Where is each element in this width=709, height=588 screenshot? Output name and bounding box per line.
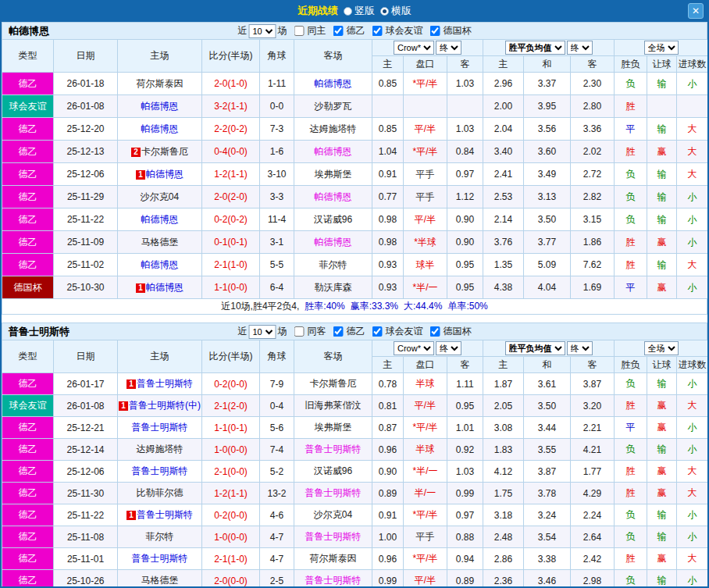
match-row: 球会友谊26-01-08帕德博恩3-2(1-1)0-0沙勒罗瓦2.003.952… <box>2 95 708 118</box>
filter-checkbox-0[interactable]: 同客 <box>294 325 328 338</box>
home-team-cell: 马格德堡 <box>118 231 202 254</box>
mean-away-cell: 2.42 <box>571 548 615 570</box>
away-team-cell: 普鲁士明斯特 <box>294 439 372 461</box>
filter-checkbox-input[interactable] <box>430 326 440 337</box>
result-wdl-cell: 胜 <box>615 548 647 570</box>
radio-icon-vertical[interactable] <box>344 7 352 16</box>
col-header-score: 比分(半场) <box>202 340 260 373</box>
match-date-cell: 25-11-01 <box>54 548 118 570</box>
layout-radio-horizontal[interactable]: 横版 <box>380 4 412 18</box>
away-team-cell: 沙勒罗瓦 <box>294 95 372 118</box>
mean-home-cell: 2.04 <box>483 118 524 141</box>
full-match-select[interactable]: 全场 <box>644 341 679 355</box>
corner-cell: 5-6 <box>260 417 294 439</box>
score-cell: 2-0(0-0) <box>202 570 260 588</box>
result-handicap-cell: 赢 <box>647 231 677 254</box>
away-team-name: 埃弗斯堡 <box>315 169 352 180</box>
full-match-select[interactable]: 全场 <box>644 41 679 55</box>
mean-odds-select[interactable]: 胜平负均值 <box>505 41 565 55</box>
mean-away-cell: 3.15 <box>571 208 615 231</box>
filter-checkbox-label: 德国杯 <box>444 24 472 37</box>
filter-checkbox-1[interactable]: 德乙 <box>333 325 367 338</box>
mean-home-cell: 2.36 <box>483 570 524 588</box>
layout-radio-vertical[interactable]: 竖版 <box>344 4 375 18</box>
mean-away-cell: 1.77 <box>571 461 615 483</box>
mean-away-cell: 1.69 <box>571 276 615 299</box>
filter-checkbox-3[interactable]: 德国杯 <box>430 325 473 338</box>
score-cell: 1-1(0-1) <box>202 417 260 439</box>
score-cell: 2-1(2-0) <box>202 395 260 417</box>
radio-icon-horizontal[interactable] <box>380 7 389 16</box>
away-team-name: 沙尔克04 <box>314 509 352 520</box>
radio-label-vertical: 竖版 <box>354 4 375 18</box>
result-goals-cell: 小 <box>677 526 708 548</box>
sub-header-mean_away: 客 <box>571 357 615 373</box>
home-team-name: 马格德堡 <box>141 575 179 586</box>
mean-away-cell: 3.36 <box>571 118 615 141</box>
window-title: 近期战绩 <box>297 4 338 18</box>
match-row: 德乙25-11-01普鲁士明斯特2-1(1-0)4-7荷尔斯泰因0.96*平/半… <box>2 548 708 570</box>
mean-away-cell: 7.62 <box>571 254 615 276</box>
filter-checkbox-0[interactable]: 同主 <box>294 24 328 37</box>
score-cell: 2-2(0-2) <box>202 118 260 141</box>
match-count-select[interactable]: 10 <box>249 24 276 38</box>
filter-checkbox-input[interactable] <box>372 26 383 36</box>
mean-home-cell: 1.75 <box>483 483 524 504</box>
result-wdl-cell: 胜 <box>615 483 647 504</box>
away-team-cell: 旧海弗莱偕汶 <box>294 395 372 417</box>
close-button[interactable]: ✕ <box>688 3 704 19</box>
mean-final-select[interactable]: 终 <box>567 41 593 55</box>
home-team-cell: 1普鲁士明斯特(中) <box>118 395 202 417</box>
match-date-cell: 25-12-20 <box>54 118 118 141</box>
odds-home-cell: 0.87 <box>372 417 404 439</box>
filter-checkbox-input[interactable] <box>372 326 383 337</box>
filter-checkbox-input[interactable] <box>333 326 344 337</box>
home-team-name: 帕德博恩 <box>141 214 179 225</box>
result-goals-cell <box>677 95 708 118</box>
home-team-name: 马格德堡 <box>141 237 179 248</box>
odds-home-cell: 0.98 <box>372 208 404 231</box>
mean-header-cell: 胜平负均值终 <box>483 40 615 56</box>
away-team-cell: 卡尔斯鲁厄 <box>294 373 372 395</box>
sub-header-result_goals: 进球数 <box>677 357 708 373</box>
mean-odds-select[interactable]: 胜平负均值 <box>505 341 565 355</box>
summary-segment: 胜率:40% <box>305 300 344 313</box>
filter-checkbox-input[interactable] <box>294 26 305 36</box>
handicap-cell: *平/半 <box>404 73 447 95</box>
filter-checkbox-input[interactable] <box>294 326 305 337</box>
away-team-name: 汉诺威96 <box>314 214 352 225</box>
corner-cell: 5-5 <box>260 254 294 276</box>
corner-cell: 11-4 <box>260 208 294 231</box>
mean-home-cell: 1.87 <box>483 373 524 395</box>
mean-final-select[interactable]: 终 <box>567 341 593 355</box>
filter-checkbox-1[interactable]: 德乙 <box>333 24 367 37</box>
home-team-name: 比勒菲尔德 <box>137 487 183 498</box>
odds-final-select[interactable]: 终 <box>436 41 461 55</box>
odds-home-cell: 0.85 <box>372 73 404 95</box>
home-team-name: 普鲁士明斯特(中) <box>129 400 201 411</box>
mean-away-cell: 2.72 <box>571 163 615 186</box>
result-handicap-cell: 输 <box>647 208 677 231</box>
filter-checkbox-input[interactable] <box>333 26 344 36</box>
result-handicap-cell <box>647 95 677 118</box>
corner-cell: 3-1 <box>260 231 294 254</box>
odds-away-cell: 0.95 <box>447 395 483 417</box>
filter-checkbox-2[interactable]: 球会友谊 <box>372 24 425 37</box>
corner-cell: 3-3 <box>260 186 294 208</box>
result-wdl-cell: 胜 <box>615 141 647 163</box>
away-team-name: 帕德博恩 <box>315 237 352 248</box>
team-header-bar: 帕德博恩近10场同主德乙球会友谊德国杯 <box>2 22 707 39</box>
odds-company-select[interactable]: Crow* <box>394 341 434 355</box>
mean-home-cell: 1.83 <box>483 439 524 461</box>
title-bar: 近期战绩 竖版 横版 ✕ <box>2 0 707 22</box>
filter-checkbox-3[interactable]: 德国杯 <box>430 24 473 37</box>
filter-checkbox-2[interactable]: 球会友谊 <box>372 325 425 338</box>
odds-final-select[interactable]: 终 <box>436 341 461 355</box>
home-team-cell: 帕德博恩 <box>118 208 202 231</box>
filter-checkbox-input[interactable] <box>430 26 440 36</box>
match-type-cell: 球会友谊 <box>2 95 54 118</box>
close-icon: ✕ <box>692 5 700 16</box>
mean-draw-cell: 3.95 <box>524 95 571 118</box>
odds-company-select[interactable]: Crow* <box>394 41 434 55</box>
match-count-select[interactable]: 10 <box>249 325 276 339</box>
